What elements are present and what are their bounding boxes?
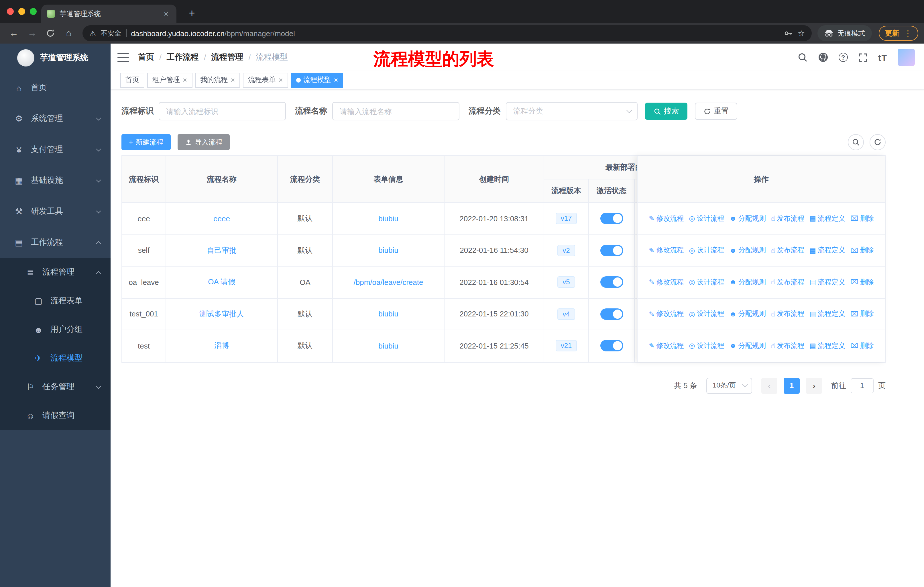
action-assign-rule-link[interactable]: ☻分配规则: [729, 214, 766, 223]
action-publish-link[interactable]: ☝发布流程: [771, 214, 805, 223]
window-minimize-button[interactable]: [18, 8, 25, 15]
form-info-link[interactable]: biubiu: [333, 330, 444, 362]
action-design-link[interactable]: ◎设计流程: [689, 309, 724, 319]
action-assign-rule-link[interactable]: ☻分配规则: [729, 278, 766, 287]
sidebar-item-infrastructure[interactable]: ▦ 基础设施: [0, 165, 111, 196]
action-definition-link[interactable]: ▤流程定义: [809, 341, 845, 351]
action-design-link[interactable]: ◎设计流程: [689, 214, 724, 223]
menu-kebab-icon[interactable]: ⋮: [904, 29, 912, 38]
tag-process-model[interactable]: 流程模型 ×: [291, 73, 343, 88]
toggle-search-button[interactable]: [848, 134, 864, 150]
process-name-link[interactable]: OA 请假: [166, 266, 278, 298]
active-toggle[interactable]: [600, 213, 623, 225]
action-publish-link[interactable]: ☝发布流程: [771, 246, 805, 255]
next-page-button[interactable]: ›: [806, 377, 822, 394]
action-publish-link[interactable]: ☝发布流程: [771, 278, 805, 287]
forward-button[interactable]: →: [24, 25, 40, 41]
sidebar-item-process-management[interactable]: ≣ 流程管理: [0, 258, 111, 287]
form-info-link[interactable]: biubiu: [333, 235, 444, 266]
reset-button[interactable]: 重置: [695, 103, 737, 120]
form-info-link[interactable]: biubiu: [333, 203, 444, 235]
page-number-1[interactable]: 1: [784, 377, 800, 394]
active-toggle[interactable]: [600, 245, 623, 256]
back-button[interactable]: ←: [6, 25, 22, 41]
tag-tenant[interactable]: 租户管理 ×: [147, 73, 192, 88]
action-assign-rule-link[interactable]: ☻分配规则: [729, 309, 766, 319]
action-delete-link[interactable]: ⌧删除: [850, 214, 874, 223]
refresh-table-button[interactable]: [870, 134, 886, 150]
sidebar-item-task-management[interactable]: ⚐ 任务管理: [0, 373, 111, 401]
active-toggle[interactable]: [600, 276, 623, 288]
action-modify-link[interactable]: ✎修改流程: [649, 214, 684, 223]
sidebar-item-payment[interactable]: ¥ 支付管理: [0, 134, 111, 165]
create-process-button[interactable]: + 新建流程: [121, 134, 171, 150]
fullscreen-icon[interactable]: [858, 53, 868, 62]
action-definition-link[interactable]: ▤流程定义: [809, 246, 845, 255]
user-avatar[interactable]: [898, 49, 915, 66]
action-assign-rule-link[interactable]: ☻分配规则: [729, 246, 766, 255]
page-size-select[interactable]: 10条/页: [706, 377, 752, 394]
bookmark-star-icon[interactable]: ☆: [798, 29, 805, 38]
process-name-input[interactable]: [332, 102, 459, 121]
action-delete-link[interactable]: ⌧删除: [850, 309, 874, 319]
search-icon[interactable]: [797, 52, 808, 63]
action-publish-link[interactable]: ☝发布流程: [771, 309, 805, 319]
sidebar-item-workflow[interactable]: ▤ 工作流程: [0, 227, 111, 258]
close-icon[interactable]: ×: [231, 76, 235, 84]
browser-tab[interactable]: 芋道管理系统 ×: [41, 5, 177, 23]
github-icon[interactable]: [818, 52, 828, 63]
action-design-link[interactable]: ◎设计流程: [689, 246, 724, 255]
close-icon[interactable]: ×: [183, 76, 187, 84]
action-publish-link[interactable]: ☝发布流程: [771, 341, 805, 351]
sidebar-item-devtools[interactable]: ⚒ 研发工具: [0, 196, 111, 227]
prev-page-button[interactable]: ‹: [761, 377, 777, 394]
sidebar-item-process-model[interactable]: ✈ 流程模型: [0, 344, 111, 373]
sidebar-item-leave-query[interactable]: ☺ 请假查询: [0, 401, 111, 430]
process-name-link[interactable]: eeee: [166, 203, 278, 235]
goto-page-input[interactable]: [851, 378, 874, 393]
font-size-icon[interactable]: tT: [878, 53, 887, 62]
tab-close-icon[interactable]: ×: [162, 8, 171, 19]
sidebar-item-system[interactable]: ⚙ 系统管理: [0, 103, 111, 134]
new-tab-button[interactable]: +: [185, 6, 200, 21]
window-close-button[interactable]: [7, 8, 14, 15]
close-icon[interactable]: ×: [334, 76, 338, 84]
search-button[interactable]: 搜索: [645, 103, 687, 120]
breadcrumb-item[interactable]: 流程管理: [211, 52, 243, 63]
action-definition-link[interactable]: ▤流程定义: [809, 309, 845, 319]
active-toggle[interactable]: [600, 340, 623, 352]
address-bar[interactable]: ⚠ 不安全 dashboard.yudao.iocoder.cn/bpm/man…: [82, 25, 812, 41]
process-name-link[interactable]: 滔博: [166, 330, 278, 362]
action-modify-link[interactable]: ✎修改流程: [649, 309, 684, 319]
tag-process-form[interactable]: 流程表单 ×: [243, 73, 288, 88]
action-delete-link[interactable]: ⌧删除: [850, 341, 874, 351]
action-design-link[interactable]: ◎设计流程: [689, 278, 724, 287]
tag-home[interactable]: 首页: [120, 73, 144, 88]
action-assign-rule-link[interactable]: ☻分配规则: [729, 341, 766, 351]
active-toggle[interactable]: [600, 308, 623, 320]
help-icon[interactable]: ?: [839, 53, 848, 62]
update-chip[interactable]: 更新 ⋮: [879, 26, 918, 41]
action-delete-link[interactable]: ⌧删除: [850, 246, 874, 255]
action-definition-link[interactable]: ▤流程定义: [809, 278, 845, 287]
process-name-link[interactable]: 自己审批: [166, 235, 278, 266]
form-info-link[interactable]: biubiu: [333, 298, 444, 330]
close-icon[interactable]: ×: [279, 76, 283, 84]
process-key-input[interactable]: [159, 102, 286, 121]
breadcrumb-item[interactable]: 工作流程: [167, 52, 199, 63]
category-select[interactable]: 流程分类: [506, 102, 638, 121]
security-label[interactable]: 不安全: [101, 28, 121, 38]
window-zoom-button[interactable]: [30, 8, 37, 15]
sidebar-item-home[interactable]: ⌂ 首页: [0, 72, 111, 103]
action-design-link[interactable]: ◎设计流程: [689, 341, 724, 351]
action-delete-link[interactable]: ⌧删除: [850, 278, 874, 287]
password-key-icon[interactable]: [784, 29, 793, 38]
reload-button[interactable]: [42, 25, 58, 41]
process-name-link[interactable]: 测试多审批人: [166, 298, 278, 330]
form-info-link[interactable]: /bpm/oa/leave/create: [333, 266, 444, 298]
action-modify-link[interactable]: ✎修改流程: [649, 246, 684, 255]
action-modify-link[interactable]: ✎修改流程: [649, 278, 684, 287]
tag-my-process[interactable]: 我的流程 ×: [195, 73, 240, 88]
action-definition-link[interactable]: ▤流程定义: [809, 214, 845, 223]
action-modify-link[interactable]: ✎修改流程: [649, 341, 684, 351]
